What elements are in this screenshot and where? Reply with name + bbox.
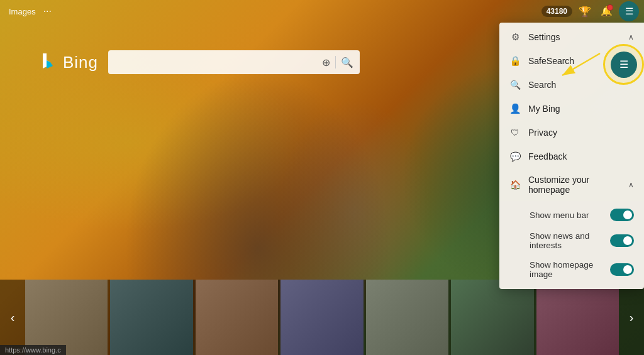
customize-homepage-item[interactable]: 🏠 Customize your homepage ∧ <box>499 168 644 201</box>
strip-image-4[interactable] <box>280 280 363 355</box>
privacy-icon: 🛡 <box>509 127 521 138</box>
bing-logo-icon <box>38 51 60 74</box>
customize-homepage-label: Customize your homepage <box>528 175 621 195</box>
bottom-image-strip: ‹ › <box>0 280 644 355</box>
show-news-label: Show news and interests <box>530 231 602 250</box>
search-icon-separator <box>335 56 336 68</box>
show-homepage-image-toggle[interactable] <box>610 263 634 276</box>
settings-chevron-icon: ∧ <box>628 33 634 41</box>
privacy-label: Privacy <box>528 128 634 138</box>
settings-gear-icon: ⚙ <box>509 31 521 43</box>
safesearch-lock-icon: 🔒 <box>509 55 521 67</box>
strip-image-1[interactable] <box>25 280 108 355</box>
show-homepage-image-item[interactable]: Show homepage image <box>499 255 644 284</box>
feedback-icon: 💬 <box>509 151 521 162</box>
show-menu-bar-label: Show menu bar <box>530 210 602 220</box>
strip-images-container <box>25 280 619 355</box>
notifications-icon-btn[interactable]: 🔔 <box>597 3 615 20</box>
settings-label: Settings <box>528 32 621 42</box>
url-bar: https://www.bing.c <box>0 345 66 355</box>
menu-icon: ☰ <box>625 6 633 17</box>
search-magnifier-icon[interactable]: 🔍 <box>341 57 353 68</box>
bing-logo: Bing <box>38 51 98 74</box>
highlight-circle-inner: ☰ <box>611 52 637 78</box>
strip-next-button[interactable]: › <box>619 280 644 355</box>
strip-image-3[interactable] <box>196 280 278 355</box>
my-bing-label: My Bing <box>528 104 634 114</box>
strip-image-5[interactable] <box>366 280 448 355</box>
customize-home-icon: 🏠 <box>509 179 521 190</box>
score-badge: 43180 <box>541 6 572 17</box>
customize-sub-section: Show menu bar Show news and interests Sh… <box>499 201 644 287</box>
search-area: Bing ⊕ 🔍 <box>38 50 360 74</box>
show-news-toggle[interactable] <box>610 234 634 247</box>
customize-chevron-icon: ∧ <box>628 180 634 189</box>
rewards-icon-btn[interactable]: 🏆 <box>576 3 594 20</box>
bing-text: Bing <box>63 53 98 72</box>
search-icon-area: ⊕ 🔍 <box>322 56 353 68</box>
search-input[interactable] <box>114 57 317 67</box>
show-homepage-image-label: Show homepage image <box>530 260 602 279</box>
my-bing-icon: 👤 <box>509 103 521 114</box>
feedback-item[interactable]: 💬 Feedback <box>499 145 644 168</box>
strip-image-6[interactable] <box>451 280 533 355</box>
menu-button[interactable]: ☰ <box>619 1 639 21</box>
show-menu-bar-item[interactable]: Show menu bar <box>499 204 644 226</box>
topbar: Images ··· 43180 🏆 🔔 ☰ <box>0 0 644 23</box>
show-menu-bar-toggle[interactable] <box>610 209 634 221</box>
strip-image-7[interactable] <box>536 280 619 355</box>
strip-prev-button[interactable]: ‹ <box>0 280 25 355</box>
tab-images[interactable]: Images <box>6 7 38 16</box>
strip-image-2[interactable] <box>110 280 192 355</box>
search-settings-icon: 🔍 <box>509 79 521 90</box>
tab-more-dots[interactable]: ··· <box>43 6 52 17</box>
search-box[interactable]: ⊕ 🔍 <box>108 50 360 74</box>
topbar-left: Images ··· <box>6 6 52 17</box>
highlight-circle: ☰ <box>603 44 644 85</box>
highlight-menu-icon: ☰ <box>619 58 628 70</box>
privacy-item[interactable]: 🛡 Privacy <box>499 121 644 145</box>
feedback-label: Feedback <box>528 151 634 161</box>
show-news-item[interactable]: Show news and interests <box>499 226 644 255</box>
camera-icon[interactable]: ⊕ <box>322 57 330 68</box>
my-bing-item[interactable]: 👤 My Bing <box>499 97 644 121</box>
topbar-right: 43180 🏆 🔔 ☰ <box>541 1 639 21</box>
